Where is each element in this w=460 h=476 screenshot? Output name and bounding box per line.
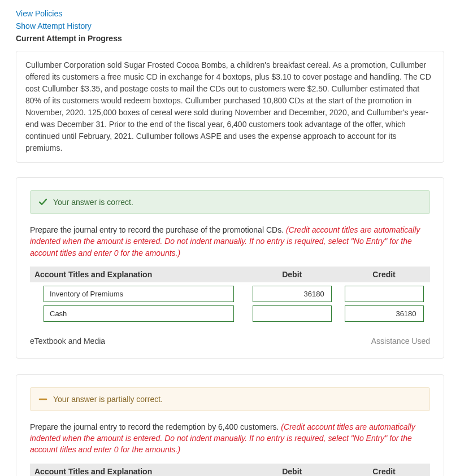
header-credit: Credit <box>338 270 430 279</box>
table-row: Inventory of Premiums 36180 <box>30 286 430 302</box>
debit-input[interactable] <box>253 305 332 322</box>
journal-entry-table: Account Titles and Explanation Debit Cre… <box>30 464 430 476</box>
credit-input[interactable]: 36180 <box>345 305 424 322</box>
header-account: Account Titles and Explanation <box>30 270 246 279</box>
journal-entry-section-2: Your answer is partially correct. Prepar… <box>16 374 444 476</box>
account-title-input[interactable]: Inventory of Premiums <box>44 286 234 302</box>
prompt-text: Prepare the journal entry to record the … <box>30 224 430 259</box>
prompt-plain: Prepare the journal entry to record the … <box>30 422 281 431</box>
prompt-text: Prepare the journal entry to record the … <box>30 421 430 456</box>
debit-input[interactable]: 36180 <box>253 286 332 302</box>
credit-input[interactable] <box>345 286 424 302</box>
journal-entry-table: Account Titles and Explanation Debit Cre… <box>30 267 430 322</box>
view-policies-link[interactable]: View Policies <box>16 9 444 18</box>
answer-correct-banner: Your answer is correct. <box>30 190 430 214</box>
banner-text: Your answer is partially correct. <box>53 395 163 404</box>
assistance-used-label: Assistance Used <box>371 337 430 346</box>
prompt-plain: Prepare the journal entry to record the … <box>30 225 286 234</box>
journal-entry-section-1: Your answer is correct. Prepare the jour… <box>16 177 444 359</box>
table-row: Cash 36180 <box>30 305 430 322</box>
header-account: Account Titles and Explanation <box>30 467 246 476</box>
minus-icon <box>38 395 47 404</box>
table-header-row: Account Titles and Explanation Debit Cre… <box>30 267 430 282</box>
etextbook-link[interactable]: eTextbook and Media <box>30 337 105 346</box>
answer-partial-banner: Your answer is partially correct. <box>30 387 430 411</box>
section-footer: eTextbook and Media Assistance Used <box>30 337 430 346</box>
header-credit: Credit <box>338 467 430 476</box>
banner-text: Your answer is correct. <box>53 198 133 207</box>
problem-text: Cullumber Corporation sold Sugar Frosted… <box>16 51 444 163</box>
table-header-row: Account Titles and Explanation Debit Cre… <box>30 464 430 476</box>
page-root: View Policies Show Attempt History Curre… <box>0 0 460 476</box>
show-attempt-history-link[interactable]: Show Attempt History <box>16 21 444 30</box>
check-icon <box>38 198 47 207</box>
account-title-input[interactable]: Cash <box>44 305 234 322</box>
current-attempt-heading: Current Attempt in Progress <box>16 34 444 43</box>
header-debit: Debit <box>246 270 338 279</box>
header-debit: Debit <box>246 467 338 476</box>
